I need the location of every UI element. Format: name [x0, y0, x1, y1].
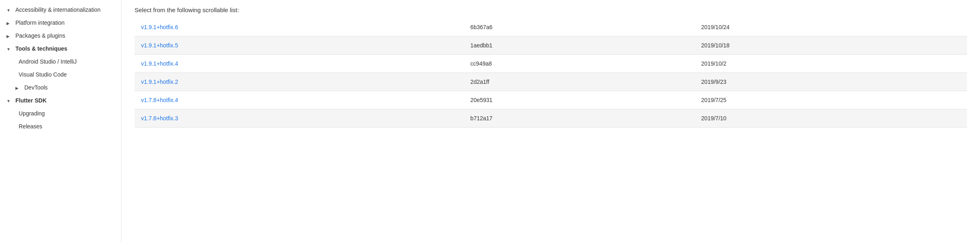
version-link[interactable]: v1.9.1+hotfix.6: [141, 24, 178, 30]
sidebar-item-label: Accessibility & internationalization: [15, 6, 101, 13]
sidebar-item-platform-integration[interactable]: Platform integration: [0, 16, 121, 29]
hash-cell: 1aedbb1: [464, 36, 695, 55]
version-cell: v1.9.1+hotfix.4: [135, 55, 464, 73]
date-cell: 2019/10/2: [695, 55, 967, 73]
sidebar-item-accessibility[interactable]: Accessibility & internationalization: [0, 3, 121, 16]
hash-cell: cc949a8: [464, 55, 695, 73]
version-cell: v1.7.8+hotfix.4: [135, 91, 464, 109]
table-row: v1.7.8+hotfix.420e59312019/7/25: [135, 91, 967, 109]
chevron-right-icon: [6, 32, 13, 39]
version-link[interactable]: v1.7.8+hotfix.4: [141, 97, 178, 103]
chevron-down-icon: [6, 6, 13, 13]
sidebar: Accessibility & internationalization Pla…: [0, 0, 122, 243]
table-row: v1.9.1+hotfix.66b367a62019/10/24: [135, 18, 967, 36]
version-cell: v1.9.1+hotfix.6: [135, 18, 464, 36]
date-cell: 2019/10/18: [695, 36, 967, 55]
sidebar-item-label: Releases: [19, 123, 42, 130]
table-row: v1.9.1+hotfix.4cc949a82019/10/2: [135, 55, 967, 73]
sidebar-item-upgrading[interactable]: Upgrading: [0, 107, 121, 120]
table-row: v1.7.8+hotfix.3b712a172019/7/10: [135, 109, 967, 128]
sidebar-item-flutter-sdk[interactable]: Flutter SDK: [0, 94, 121, 107]
version-link[interactable]: v1.7.8+hotfix.3: [141, 115, 178, 122]
sidebar-item-label: Flutter SDK: [15, 97, 47, 104]
chevron-right-icon: [15, 84, 22, 91]
date-cell: 2019/9/23: [695, 73, 967, 91]
table-row: v1.9.1+hotfix.51aedbb12019/10/18: [135, 36, 967, 55]
sidebar-item-label: DevTools: [24, 84, 48, 91]
sidebar-item-packages-plugins[interactable]: Packages & plugins: [0, 29, 121, 42]
scrollable-list-label: Select from the following scrollable lis…: [135, 6, 967, 13]
sidebar-item-label: Platform integration: [15, 19, 64, 26]
sidebar-item-label: Upgrading: [19, 110, 45, 117]
version-table: v1.9.1+hotfix.66b367a62019/10/24v1.9.1+h…: [135, 18, 967, 128]
sidebar-item-releases[interactable]: Releases: [0, 120, 121, 133]
hash-cell: b712a17: [464, 109, 695, 128]
sidebar-item-android-studio[interactable]: Android Studio / IntelliJ: [0, 55, 121, 68]
hash-cell: 6b367a6: [464, 18, 695, 36]
date-cell: 2019/7/10: [695, 109, 967, 128]
version-link[interactable]: v1.9.1+hotfix.5: [141, 42, 178, 49]
sidebar-item-tools-techniques[interactable]: Tools & techniques: [0, 42, 121, 55]
sidebar-item-label: Visual Studio Code: [19, 71, 67, 78]
table-row: v1.9.1+hotfix.22d2a1ff2019/9/23: [135, 73, 967, 91]
sidebar-item-visual-studio-code[interactable]: Visual Studio Code: [0, 68, 121, 81]
version-cell: v1.9.1+hotfix.2: [135, 73, 464, 91]
version-cell: v1.9.1+hotfix.5: [135, 36, 464, 55]
version-link[interactable]: v1.9.1+hotfix.2: [141, 79, 178, 85]
date-cell: 2019/7/25: [695, 91, 967, 109]
sidebar-item-label: Packages & plugins: [15, 32, 65, 39]
chevron-right-icon: [6, 19, 13, 26]
sidebar-item-label: Tools & techniques: [15, 45, 67, 52]
sidebar-item-label: Android Studio / IntelliJ: [19, 58, 77, 65]
chevron-down-icon: [6, 97, 13, 104]
sidebar-item-devtools[interactable]: DevTools: [0, 81, 121, 94]
date-cell: 2019/10/24: [695, 18, 967, 36]
chevron-down-icon: [6, 45, 13, 52]
main-content: Select from the following scrollable lis…: [122, 0, 980, 243]
hash-cell: 2d2a1ff: [464, 73, 695, 91]
version-cell: v1.7.8+hotfix.3: [135, 109, 464, 128]
hash-cell: 20e5931: [464, 91, 695, 109]
version-link[interactable]: v1.9.1+hotfix.4: [141, 60, 178, 67]
